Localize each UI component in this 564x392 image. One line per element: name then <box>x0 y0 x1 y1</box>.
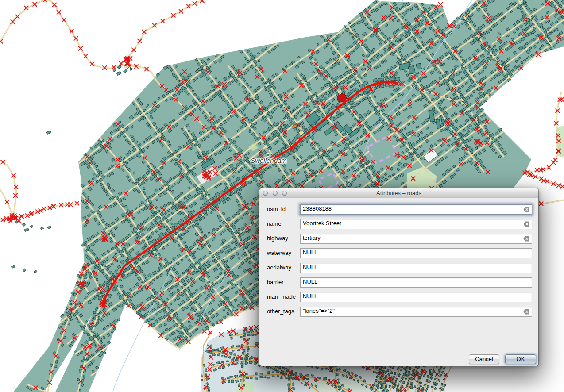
svg-text:Swellendam: Swellendam <box>251 157 287 164</box>
